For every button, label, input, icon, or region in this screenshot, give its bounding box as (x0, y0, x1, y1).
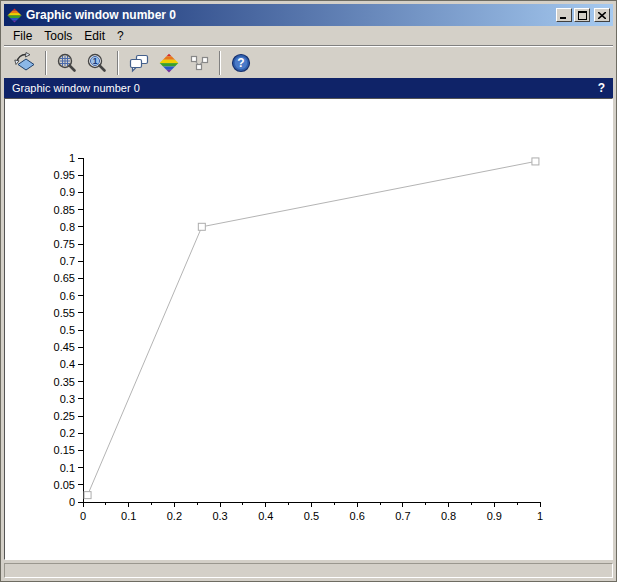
x-tick-label: 0.1 (121, 510, 136, 522)
y-tick-label: 0.1 (60, 462, 75, 474)
menu-help[interactable]: ? (116, 28, 133, 44)
y-tick-label: 0 (69, 496, 75, 508)
figure-title: Graphic window number 0 (12, 82, 140, 94)
figure-title-bar: Graphic window number 0 ? (4, 78, 613, 98)
y-tick-label: 0.4 (60, 358, 75, 370)
svg-text:1: 1 (93, 56, 98, 66)
toolbar-separator (45, 51, 47, 75)
close-button[interactable] (594, 8, 610, 22)
toolbar: 1 (4, 47, 613, 78)
x-tick-label: 0.9 (487, 510, 502, 522)
y-tick-label: 0.6 (60, 290, 75, 302)
scilab-button[interactable] (155, 50, 183, 76)
dialogs-button[interactable] (125, 50, 153, 76)
maximize-icon (578, 11, 587, 20)
rotate-button[interactable] (11, 50, 39, 76)
menu-bar: File Tools Edit ? (4, 26, 613, 45)
y-tick-label: 0.05 (54, 479, 75, 491)
x-tick-label: 0.3 (212, 510, 227, 522)
scilab-diamond-icon (159, 53, 179, 73)
y-tick-label: 0.5 (60, 324, 75, 336)
window-title: Graphic window number 0 (26, 8, 176, 22)
svg-text:?: ? (237, 56, 244, 70)
toolbar-separator (219, 51, 221, 75)
y-tick-label: 0.45 (54, 341, 75, 353)
y-tick-label: 0.85 (54, 204, 75, 216)
window-controls (556, 8, 610, 22)
toolbar-separator (117, 51, 119, 75)
status-bar (4, 563, 613, 578)
x-tick-label: 0.2 (167, 510, 182, 522)
y-tick-label: 0.7 (60, 255, 75, 267)
x-tick-label: 0 (80, 510, 86, 522)
data-line (88, 161, 536, 495)
data-marker (84, 492, 91, 499)
window-titlebar[interactable]: Graphic window number 0 (4, 4, 613, 26)
menu-tools[interactable]: Tools (43, 28, 81, 44)
y-tick-label: 0.35 (54, 376, 75, 388)
line-chart: 00.050.10.150.20.250.30.350.40.450.50.55… (5, 99, 612, 559)
minimize-button[interactable] (556, 8, 572, 22)
zoom-area-icon (56, 52, 78, 74)
maximize-button[interactable] (574, 8, 590, 22)
scilab-app-icon (7, 8, 22, 23)
y-tick-label: 1 (69, 152, 75, 164)
x-tick-label: 0.4 (258, 510, 273, 522)
y-tick-label: 0.2 (60, 427, 75, 439)
x-tick-label: 0.6 (350, 510, 365, 522)
close-icon (598, 12, 606, 19)
help-button[interactable]: ? (227, 50, 255, 76)
menu-file[interactable]: File (12, 28, 41, 44)
data-marker (532, 158, 539, 165)
y-tick-label: 0.9 (60, 186, 75, 198)
dialogs-icon (128, 52, 150, 74)
rotate-icon (14, 52, 36, 74)
figure-help-button[interactable]: ? (598, 81, 605, 95)
y-tick-label: 0.8 (60, 221, 75, 233)
zoom-area-button[interactable] (53, 50, 81, 76)
x-tick-label: 1 (537, 510, 543, 522)
x-tick-label: 0.7 (395, 510, 410, 522)
plot-canvas[interactable]: 00.050.10.150.20.250.30.350.40.450.50.55… (4, 98, 613, 560)
data-marker (198, 223, 205, 230)
graphic-window: Graphic window number 0 File Tools Edit … (0, 0, 617, 582)
y-tick-label: 0.3 (60, 393, 75, 405)
y-tick-label: 0.95 (54, 169, 75, 181)
graph-edit-icon (188, 52, 210, 74)
graph-edit-button[interactable] (185, 50, 213, 76)
x-tick-label: 0.5 (304, 510, 319, 522)
menu-edit[interactable]: Edit (83, 28, 114, 44)
y-tick-label: 0.15 (54, 444, 75, 456)
y-tick-label: 0.25 (54, 410, 75, 422)
x-tick-label: 0.8 (441, 510, 456, 522)
y-tick-label: 0.75 (54, 238, 75, 250)
y-tick-label: 0.65 (54, 272, 75, 284)
original-view-button[interactable]: 1 (83, 50, 111, 76)
help-icon: ? (230, 52, 252, 74)
original-view-icon: 1 (86, 52, 108, 74)
minimize-icon (560, 11, 568, 19)
y-tick-label: 0.55 (54, 307, 75, 319)
